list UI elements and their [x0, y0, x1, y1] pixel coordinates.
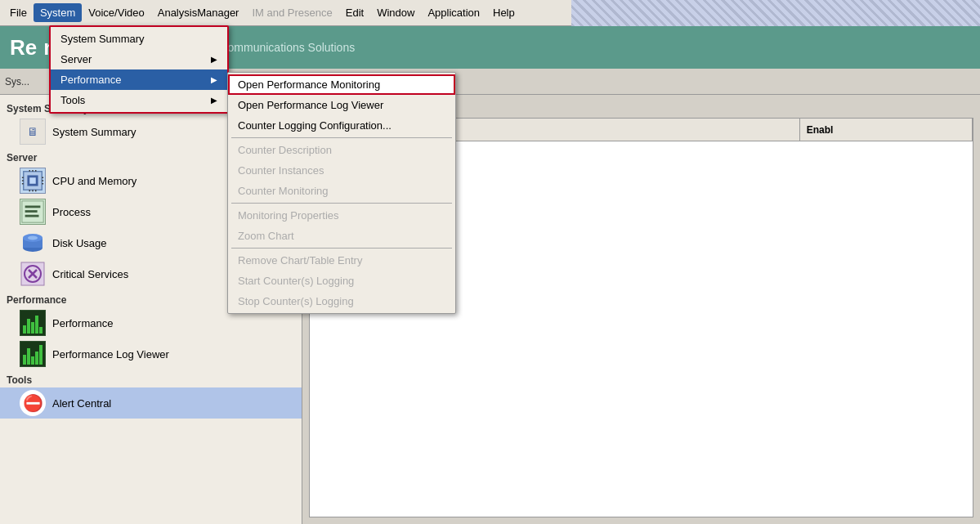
menu-system[interactable]: System	[34, 3, 82, 22]
submenu-counter-logging-config[interactable]: Counter Logging Configuration...	[228, 115, 455, 136]
menu-file[interactable]: File	[3, 3, 34, 22]
tools-arrow: ▶	[211, 96, 217, 105]
performance-arrow: ▶	[211, 75, 217, 84]
svg-rect-18	[25, 215, 39, 217]
submenu-counter-instances: Counter Instances	[228, 160, 455, 181]
sidebar-item-alert-central[interactable]: ⛔ Alert Central	[0, 387, 302, 419]
sidebar-label-critical-services: Critical Services	[52, 268, 128, 280]
sidebar-label-performance-log-viewer: Performance Log Viewer	[52, 348, 169, 361]
critical-services-icon	[20, 261, 46, 287]
sidebar-label-process: Process	[52, 206, 91, 218]
submenu-divider-2	[231, 203, 452, 204]
sidebar-label-disk-usage: Disk Usage	[52, 237, 106, 249]
toolbar-sys-label: Sys...	[5, 76, 29, 87]
disk-icon	[20, 230, 46, 256]
sidebar-label-system-summary: System Summary	[52, 126, 136, 138]
menu-window[interactable]: Window	[370, 3, 421, 22]
submenu-monitoring-properties: Monitoring Properties	[228, 205, 455, 226]
svg-rect-2	[29, 177, 36, 184]
submenu-divider-1	[231, 137, 452, 138]
svg-rect-16	[25, 206, 41, 208]
performance-submenu: Open Performance Monitoring Open Perform…	[227, 72, 456, 314]
submenu-open-perf-monitoring[interactable]: Open Performance Monitoring	[228, 74, 455, 95]
svg-point-22	[28, 236, 38, 240]
menu-edit[interactable]: Edit	[339, 3, 370, 22]
main-content: System Summary 🖥 System Summary Server	[0, 95, 980, 524]
system-menu-performance[interactable]: Performance ▶	[51, 69, 227, 90]
submenu-counter-monitoring: Counter Monitoring	[228, 181, 455, 201]
submenu-remove-chart: Remove Chart/Table Entry	[228, 250, 455, 271]
system-menu-dropdown: System Summary Server ▶ Performance ▶ To…	[49, 25, 229, 114]
menu-bar: File System Voice/Video AnalysisManager …	[0, 0, 980, 26]
system-summary-icon: 🖥	[20, 119, 46, 145]
system-menu-server[interactable]: Server ▶	[51, 49, 227, 69]
submenu-divider-3	[231, 248, 452, 249]
server-arrow: ▶	[211, 55, 217, 64]
submenu-counter-description: Counter Description	[228, 140, 455, 160]
process-icon	[20, 199, 46, 225]
hatch-decoration	[571, 0, 980, 26]
svg-rect-17	[25, 210, 38, 213]
menu-imandpresence: IM and Presence	[245, 3, 338, 22]
table-col-enable: Enabl	[800, 119, 973, 141]
menu-application[interactable]: Application	[421, 3, 486, 22]
performance-log-viewer-icon	[20, 341, 46, 367]
app-title-part1: Re	[10, 35, 37, 60]
submenu-start-counter-logging: Start Counter(s) Logging	[228, 271, 455, 291]
submenu-zoom-chart: Zoom Chart	[228, 226, 455, 246]
sidebar-group-tools: Tools	[0, 369, 302, 387]
submenu-stop-counter-logging: Stop Counter(s) Logging	[228, 291, 455, 311]
sidebar-item-performance-log-viewer[interactable]: Performance Log Viewer	[0, 338, 302, 369]
submenu-open-perf-log-viewer[interactable]: Open Performance Log Viewer	[228, 95, 455, 115]
performance-icon	[20, 310, 46, 336]
sidebar-label-cpu-memory: CPU and Memory	[52, 175, 136, 187]
sidebar-label-performance: Performance	[52, 317, 113, 329]
system-menu-system-summary[interactable]: System Summary	[51, 29, 227, 49]
cpu-icon	[20, 168, 46, 194]
menu-voicevideo[interactable]: Voice/Video	[82, 3, 150, 22]
menu-analysismanager[interactable]: AnalysisManager	[151, 3, 246, 22]
system-menu-tools[interactable]: Tools ▶	[51, 90, 227, 110]
sidebar-label-alert-central: Alert Central	[52, 397, 111, 410]
alert-central-icon: ⛔	[20, 390, 46, 416]
menu-help[interactable]: Help	[486, 3, 521, 22]
